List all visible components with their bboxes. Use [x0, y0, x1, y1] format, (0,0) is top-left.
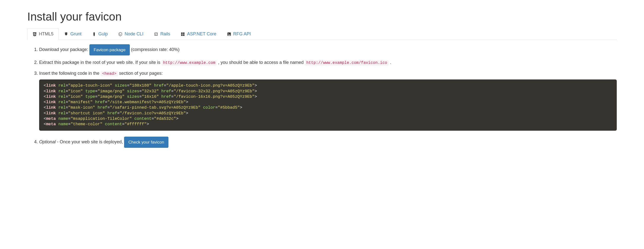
step-1-pre: Download your package:	[39, 47, 90, 52]
step-2-mid: , you should be able to access a file na…	[218, 60, 305, 65]
svg-rect-1	[183, 32, 184, 34]
step-2-post: .	[390, 60, 391, 65]
optional-label: Optional	[39, 139, 56, 144]
rfg-icon	[227, 32, 231, 36]
step-1-post: (compression rate: 40%)	[131, 47, 180, 52]
html5-icon	[32, 32, 37, 36]
example-url-code: http://www.example.com	[162, 60, 217, 66]
svg-point-5	[228, 33, 229, 34]
tab-label: ASP.NET Core	[187, 31, 216, 37]
rails-icon	[154, 32, 158, 36]
check-favicon-button[interactable]: Check your favicon	[124, 137, 168, 148]
step-1: Download your package: Favicon package (…	[39, 44, 617, 55]
steps-list: Download your package: Favicon package (…	[27, 44, 617, 148]
favicon-url-code: http://www.example.com/favicon.ico	[305, 60, 389, 66]
tab-asp-net-core[interactable]: ASP.NET Core	[175, 28, 222, 40]
step-3-post: section of your pages:	[119, 71, 163, 76]
tab-gulp[interactable]: Gulp	[87, 28, 113, 40]
head-tag-code: <head>	[100, 71, 118, 76]
code-snippet[interactable]: <link rel="apple-touch-icon" sizes="180x…	[39, 79, 617, 130]
tab-node-cli[interactable]: Node CLI	[113, 28, 148, 40]
tab-bar: HTML5GruntGulpNode CLIRailsASP.NET CoreR…	[27, 28, 617, 40]
favicon-package-button[interactable]: Favicon package	[90, 44, 130, 55]
grunt-icon	[64, 32, 68, 36]
svg-rect-3	[183, 34, 184, 36]
step-2-pre: Extract this package in the root of your…	[39, 60, 162, 65]
svg-rect-0	[181, 32, 182, 34]
step-3-pre: Insert the following code in the	[39, 71, 100, 76]
tab-rails[interactable]: Rails	[148, 28, 175, 40]
nodejs-icon	[118, 32, 122, 36]
svg-rect-2	[181, 34, 182, 36]
tab-label: Gulp	[98, 31, 108, 37]
tab-rfg-api[interactable]: RFG API	[222, 28, 256, 40]
step-4: Optional - Once your web site is deploye…	[39, 137, 617, 148]
gulp-icon	[92, 32, 96, 36]
tab-label: Grunt	[70, 31, 82, 37]
aspnet-icon	[180, 32, 185, 36]
step-4-mid: - Once your web site is deployed,	[57, 139, 124, 144]
tab-label: RFG API	[233, 31, 251, 37]
tab-html5[interactable]: HTML5	[27, 28, 59, 40]
page-title: Install your favicon	[27, 10, 617, 23]
step-3: Insert the following code in the <head> …	[39, 70, 617, 131]
tab-grunt[interactable]: Grunt	[59, 28, 87, 40]
tab-label: HTML5	[39, 31, 54, 37]
step-2: Extract this package in the root of your…	[39, 59, 617, 66]
tab-label: Rails	[160, 31, 170, 37]
tab-label: Node CLI	[124, 31, 144, 37]
